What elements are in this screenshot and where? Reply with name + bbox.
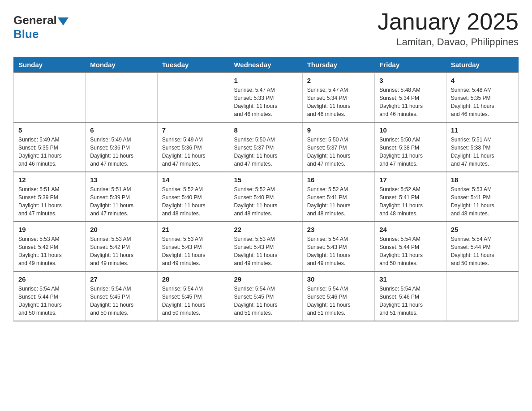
calendar-cell: 13Sunrise: 5:51 AM Sunset: 5:39 PM Dayli… — [86, 172, 157, 222]
day-number: 30 — [307, 275, 370, 283]
calendar-cell: 17Sunrise: 5:52 AM Sunset: 5:41 PM Dayli… — [375, 172, 446, 222]
day-number: 1 — [234, 77, 297, 84]
calendar-cell: 14Sunrise: 5:52 AM Sunset: 5:40 PM Dayli… — [157, 172, 229, 222]
day-number: 22 — [234, 226, 297, 233]
calendar-cell: 16Sunrise: 5:52 AM Sunset: 5:41 PM Dayli… — [302, 172, 375, 222]
day-number: 7 — [162, 126, 225, 134]
calendar-cell: 2Sunrise: 5:47 AM Sunset: 5:34 PM Daylig… — [302, 73, 375, 122]
day-info: Sunrise: 5:51 AM Sunset: 5:39 PM Dayligh… — [18, 185, 81, 218]
day-number: 26 — [18, 275, 81, 283]
day-number: 20 — [90, 226, 152, 233]
col-header-wednesday: Wednesday — [229, 57, 302, 73]
calendar-week-3: 12Sunrise: 5:51 AM Sunset: 5:39 PM Dayli… — [14, 172, 519, 222]
calendar-cell: 9Sunrise: 5:50 AM Sunset: 5:37 PM Daylig… — [302, 122, 375, 172]
calendar-cell: 8Sunrise: 5:50 AM Sunset: 5:37 PM Daylig… — [229, 122, 302, 172]
calendar-cell: 30Sunrise: 5:54 AM Sunset: 5:46 PM Dayli… — [302, 271, 375, 321]
day-info: Sunrise: 5:49 AM Sunset: 5:36 PM Dayligh… — [162, 136, 225, 168]
page-header: General Blue January 2025 Lamitan, Davao… — [13, 9, 519, 48]
calendar-cell: 10Sunrise: 5:50 AM Sunset: 5:38 PM Dayli… — [375, 122, 446, 172]
day-info: Sunrise: 5:54 AM Sunset: 5:45 PM Dayligh… — [90, 285, 152, 317]
day-number: 21 — [162, 226, 225, 233]
day-info: Sunrise: 5:52 AM Sunset: 5:41 PM Dayligh… — [307, 185, 370, 218]
day-number: 9 — [307, 126, 370, 134]
day-info: Sunrise: 5:49 AM Sunset: 5:35 PM Dayligh… — [18, 136, 81, 168]
day-number: 6 — [90, 126, 152, 134]
day-info: Sunrise: 5:50 AM Sunset: 5:37 PM Dayligh… — [307, 136, 370, 168]
calendar-cell: 23Sunrise: 5:54 AM Sunset: 5:43 PM Dayli… — [302, 222, 375, 271]
calendar-body: 1Sunrise: 5:47 AM Sunset: 5:33 PM Daylig… — [14, 73, 519, 321]
day-info: Sunrise: 5:53 AM Sunset: 5:43 PM Dayligh… — [162, 235, 225, 267]
logo-triangle-icon — [58, 17, 69, 26]
calendar-cell: 26Sunrise: 5:54 AM Sunset: 5:44 PM Dayli… — [14, 271, 86, 321]
calendar-cell: 12Sunrise: 5:51 AM Sunset: 5:39 PM Dayli… — [14, 172, 86, 222]
calendar-cell: 18Sunrise: 5:53 AM Sunset: 5:41 PM Dayli… — [446, 172, 518, 222]
calendar-header: SundayMondayTuesdayWednesdayThursdayFrid… — [14, 57, 519, 73]
day-info: Sunrise: 5:53 AM Sunset: 5:42 PM Dayligh… — [18, 235, 81, 267]
calendar-table: SundayMondayTuesdayWednesdayThursdayFrid… — [13, 57, 519, 321]
calendar-cell — [14, 73, 86, 122]
day-info: Sunrise: 5:47 AM Sunset: 5:33 PM Dayligh… — [234, 86, 297, 118]
day-number: 12 — [18, 176, 81, 184]
day-info: Sunrise: 5:54 AM Sunset: 5:45 PM Dayligh… — [234, 285, 297, 317]
title-block: January 2025 Lamitan, Davao, Philippines — [378, 9, 519, 48]
logo-blue-text: Blue — [13, 27, 39, 41]
day-number: 4 — [451, 77, 514, 84]
calendar-cell — [446, 271, 518, 321]
day-info: Sunrise: 5:54 AM Sunset: 5:44 PM Dayligh… — [18, 285, 81, 317]
day-number: 31 — [379, 275, 441, 283]
calendar-cell: 29Sunrise: 5:54 AM Sunset: 5:45 PM Dayli… — [229, 271, 302, 321]
day-info: Sunrise: 5:51 AM Sunset: 5:38 PM Dayligh… — [451, 136, 514, 168]
calendar-cell: 25Sunrise: 5:54 AM Sunset: 5:44 PM Dayli… — [446, 222, 518, 271]
day-info: Sunrise: 5:50 AM Sunset: 5:37 PM Dayligh… — [234, 136, 297, 168]
col-header-sunday: Sunday — [14, 57, 86, 73]
day-info: Sunrise: 5:53 AM Sunset: 5:43 PM Dayligh… — [234, 235, 297, 267]
day-info: Sunrise: 5:53 AM Sunset: 5:42 PM Dayligh… — [90, 235, 152, 267]
col-header-monday: Monday — [86, 57, 157, 73]
calendar-cell: 22Sunrise: 5:53 AM Sunset: 5:43 PM Dayli… — [229, 222, 302, 271]
day-info: Sunrise: 5:53 AM Sunset: 5:41 PM Dayligh… — [451, 185, 514, 218]
day-number: 2 — [307, 77, 370, 84]
calendar-cell: 1Sunrise: 5:47 AM Sunset: 5:33 PM Daylig… — [229, 73, 302, 122]
day-number: 5 — [18, 126, 81, 134]
calendar-cell: 21Sunrise: 5:53 AM Sunset: 5:43 PM Dayli… — [157, 222, 229, 271]
day-info: Sunrise: 5:54 AM Sunset: 5:45 PM Dayligh… — [162, 285, 225, 317]
day-info: Sunrise: 5:54 AM Sunset: 5:46 PM Dayligh… — [307, 285, 370, 317]
calendar-week-4: 19Sunrise: 5:53 AM Sunset: 5:42 PM Dayli… — [14, 222, 519, 271]
day-number: 8 — [234, 126, 297, 134]
calendar-week-5: 26Sunrise: 5:54 AM Sunset: 5:44 PM Dayli… — [14, 271, 519, 321]
day-number: 17 — [379, 176, 441, 184]
logo-general-text: General — [13, 13, 57, 27]
col-header-saturday: Saturday — [446, 57, 518, 73]
day-info: Sunrise: 5:48 AM Sunset: 5:35 PM Dayligh… — [451, 86, 514, 118]
day-info: Sunrise: 5:54 AM Sunset: 5:44 PM Dayligh… — [379, 235, 441, 267]
day-info: Sunrise: 5:50 AM Sunset: 5:38 PM Dayligh… — [379, 136, 441, 168]
month-title: January 2025 — [378, 9, 519, 34]
location: Lamitan, Davao, Philippines — [378, 36, 519, 48]
day-number: 29 — [234, 275, 297, 283]
day-number: 24 — [379, 226, 441, 233]
logo-block: General Blue — [13, 13, 69, 41]
logo-row1: General — [13, 13, 69, 27]
calendar-week-2: 5Sunrise: 5:49 AM Sunset: 5:35 PM Daylig… — [14, 122, 519, 172]
header-row: SundayMondayTuesdayWednesdayThursdayFrid… — [14, 57, 519, 73]
calendar-cell: 24Sunrise: 5:54 AM Sunset: 5:44 PM Dayli… — [375, 222, 446, 271]
calendar-cell — [157, 73, 229, 122]
calendar-cell: 5Sunrise: 5:49 AM Sunset: 5:35 PM Daylig… — [14, 122, 86, 172]
day-number: 16 — [307, 176, 370, 184]
calendar-cell: 7Sunrise: 5:49 AM Sunset: 5:36 PM Daylig… — [157, 122, 229, 172]
day-number: 14 — [162, 176, 225, 184]
day-number: 23 — [307, 226, 370, 233]
calendar-cell: 28Sunrise: 5:54 AM Sunset: 5:45 PM Dayli… — [157, 271, 229, 321]
day-info: Sunrise: 5:52 AM Sunset: 5:40 PM Dayligh… — [162, 185, 225, 218]
col-header-tuesday: Tuesday — [157, 57, 229, 73]
calendar-cell: 31Sunrise: 5:54 AM Sunset: 5:46 PM Dayli… — [375, 271, 446, 321]
day-info: Sunrise: 5:54 AM Sunset: 5:43 PM Dayligh… — [307, 235, 370, 267]
calendar-cell: 15Sunrise: 5:52 AM Sunset: 5:40 PM Dayli… — [229, 172, 302, 222]
day-number: 3 — [379, 77, 441, 84]
day-number: 11 — [451, 126, 514, 134]
col-header-thursday: Thursday — [302, 57, 375, 73]
day-number: 18 — [451, 176, 514, 184]
logo: General Blue — [13, 13, 69, 41]
day-number: 13 — [90, 176, 152, 184]
calendar-cell: 6Sunrise: 5:49 AM Sunset: 5:36 PM Daylig… — [86, 122, 157, 172]
